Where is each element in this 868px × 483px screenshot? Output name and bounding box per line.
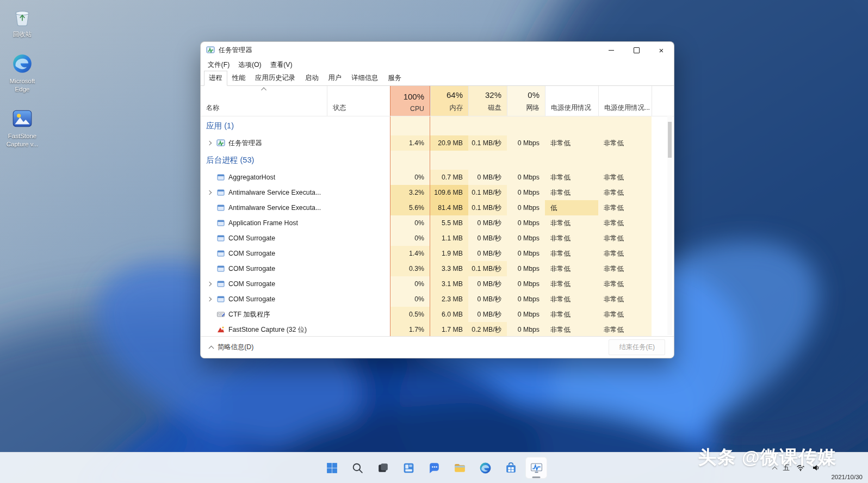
cpu-cell: 0% xyxy=(390,292,430,307)
power_trend-cell: 非常低 xyxy=(598,215,652,231)
process-row[interactable]: CTF 加载程序0.5%6.0 MB0 MB/秒0 Mbps非常低非常低 xyxy=(201,307,674,322)
power-cell: 低 xyxy=(545,200,598,215)
process-row[interactable]: COM Surrogate0%2.3 MB0 MB/秒0 Mbps非常低非常低 xyxy=(201,292,674,307)
net-cell: 0 Mbps xyxy=(507,170,545,185)
column-header-disk[interactable]: 32% 磁盘 xyxy=(468,86,507,116)
process-name-cell: 任务管理器 xyxy=(201,135,327,151)
sort-ascending-icon xyxy=(261,88,266,93)
faststone-icon xyxy=(216,325,225,334)
disk-cell: 0 MB/秒 xyxy=(468,215,507,231)
tab-services[interactable]: 服务 xyxy=(383,71,406,86)
power-cell: 非常低 xyxy=(545,135,598,151)
recycle-bin-icon xyxy=(11,5,34,28)
tab-startup[interactable]: 启动 xyxy=(300,71,324,86)
process-name: AggregatorHost xyxy=(228,174,275,181)
net-cell: 0 Mbps xyxy=(507,185,545,200)
task-manager-button[interactable] xyxy=(525,457,547,479)
tab-bar: 进程性能应用历史记录启动用户详细信息服务 xyxy=(201,71,674,86)
maximize-button[interactable] xyxy=(624,42,649,58)
process-row[interactable]: FastStone Capture (32 位)1.7%1.7 MB0.2 MB… xyxy=(201,322,674,337)
net-cell: 0 Mbps xyxy=(507,322,545,337)
edge-button[interactable] xyxy=(474,457,496,479)
power-cell xyxy=(545,151,598,170)
column-header-name[interactable]: 名称 xyxy=(201,86,327,116)
tab-app-history[interactable]: 应用历史记录 xyxy=(250,71,300,86)
column-header-cpu[interactable]: 100% CPU xyxy=(390,86,430,116)
desktop-icon-faststone[interactable]: FastStone Capture v... xyxy=(1,107,44,148)
title-bar[interactable]: 任务管理器 × xyxy=(201,42,674,58)
tab-details[interactable]: 详细信息 xyxy=(346,71,383,86)
desktop-icon-edge[interactable]: Microsoft Edge xyxy=(1,52,44,93)
desktop-icon-label: Microsoft Edge xyxy=(2,77,42,93)
task-manager-app-icon xyxy=(206,46,215,54)
process-row[interactable]: COM Surrogate0%1.1 MB0 MB/秒0 Mbps非常低非常低 xyxy=(201,231,674,246)
power_trend-cell xyxy=(598,151,652,170)
search-button[interactable] xyxy=(346,457,368,479)
expand-toggle[interactable] xyxy=(205,191,213,194)
app-window-icon xyxy=(216,264,225,273)
expand-toggle[interactable] xyxy=(205,141,213,145)
start-button[interactable] xyxy=(321,457,343,479)
process-row[interactable]: COM Surrogate1.4%1.9 MB0 MB/秒0 Mbps非常低非常… xyxy=(201,246,674,261)
column-header-power[interactable]: 电源使用情况 xyxy=(545,86,598,116)
column-header-memory[interactable]: 64% 内存 xyxy=(430,86,468,116)
net-cell: 0 Mbps xyxy=(507,261,545,276)
status-cell xyxy=(327,185,390,200)
chat-button[interactable] xyxy=(423,457,445,479)
cpu-total-percent: 100% xyxy=(396,92,424,101)
process-row[interactable]: COM Surrogate0.3%3.3 MB0.1 MB/秒0 Mbps非常低… xyxy=(201,261,674,276)
store-button[interactable] xyxy=(500,457,522,479)
tab-users[interactable]: 用户 xyxy=(324,71,347,86)
process-name-cell: AggregatorHost xyxy=(201,170,327,185)
cpu-cell: 5.6% xyxy=(390,200,430,215)
process-row[interactable]: 任务管理器1.4%20.9 MB0.1 MB/秒0 Mbps非常低非常低 xyxy=(201,135,674,151)
process-row[interactable]: Antimalware Service Executa...3.2%109.6 … xyxy=(201,185,674,200)
menu-options[interactable]: 选项(O) xyxy=(234,59,265,71)
date-text: 2021/10/30 xyxy=(831,473,863,481)
menu-file[interactable]: 文件(F) xyxy=(203,59,234,71)
chevron-right-icon xyxy=(207,141,211,145)
process-row[interactable]: COM Surrogate0%3.1 MB0 MB/秒0 Mbps非常低非常低 xyxy=(201,276,674,292)
close-button[interactable]: × xyxy=(649,42,674,58)
expand-toggle[interactable] xyxy=(205,298,213,301)
file-explorer-button[interactable] xyxy=(449,457,470,479)
process-group-header[interactable]: 应用 (1) xyxy=(201,116,674,135)
power_trend-cell: 非常低 xyxy=(598,135,652,151)
power_trend-cell xyxy=(598,116,652,135)
status-cell xyxy=(327,261,390,276)
process-name: Application Frame Host xyxy=(228,219,298,227)
process-row[interactable]: Antimalware Service Executa...5.6%81.4 M… xyxy=(201,200,674,215)
column-header-power-trend[interactable]: 电源使用情况... xyxy=(598,86,652,116)
column-header-network[interactable]: 0% 网络 xyxy=(507,86,545,116)
desktop: 回收站 Microsoft Edge xyxy=(0,0,868,483)
net-cell: 0 Mbps xyxy=(507,246,545,261)
disk-cell: 0 MB/秒 xyxy=(468,276,507,292)
column-header-status[interactable]: 状态 xyxy=(327,86,390,116)
scrollbar-thumb[interactable] xyxy=(668,122,672,158)
tab-processes[interactable]: 进程 xyxy=(204,71,227,86)
widgets-button[interactable] xyxy=(398,457,419,479)
minimize-button[interactable] xyxy=(599,42,624,58)
expand-toggle[interactable] xyxy=(205,282,213,286)
power-cell: 非常低 xyxy=(545,307,598,322)
process-row[interactable]: AggregatorHost0%0.7 MB0 MB/秒0 Mbps非常低非常低 xyxy=(201,170,674,185)
disk-total-percent: 32% xyxy=(474,90,501,100)
cpu-cell: 1.7% xyxy=(390,322,430,337)
status-cell xyxy=(327,151,390,170)
desktop-icon-recycle-bin[interactable]: 回收站 xyxy=(1,5,44,38)
task-view-button[interactable] xyxy=(372,457,394,479)
tab-performance[interactable]: 性能 xyxy=(227,71,251,86)
details-toggle[interactable]: 简略信息(D) xyxy=(209,343,253,352)
menu-view[interactable]: 查看(V) xyxy=(266,59,297,71)
disk-cell: 0 MB/秒 xyxy=(468,170,507,185)
app-window-icon xyxy=(216,249,225,258)
process-name: COM Surrogate xyxy=(228,280,275,288)
vertical-scrollbar[interactable] xyxy=(667,115,672,335)
power-cell: 非常低 xyxy=(545,322,598,337)
process-group-header[interactable]: 后台进程 (53) xyxy=(201,151,674,170)
process-row[interactable]: Application Frame Host0%5.5 MB0 MB/秒0 Mb… xyxy=(201,215,674,231)
end-task-button[interactable]: 结束任务(E) xyxy=(609,339,665,355)
power-cell: 非常低 xyxy=(545,170,598,185)
mem-cell: 20.9 MB xyxy=(430,135,468,151)
process-name: COM Surrogate xyxy=(228,295,275,303)
